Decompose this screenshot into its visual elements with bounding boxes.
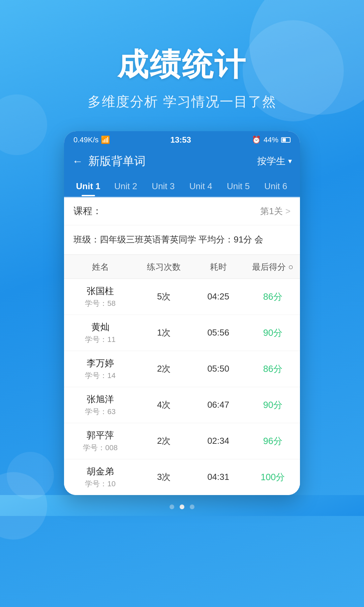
status-right: ⏰ 44% xyxy=(252,136,291,144)
student-cell: 张国柱 学号：58 xyxy=(64,285,136,309)
student-name: 郭平萍 xyxy=(64,429,136,441)
course-nav[interactable]: 第1关 > xyxy=(260,205,291,217)
course-label: 课程： xyxy=(73,205,102,218)
phone: 0.49K/s 📶 13:53 ⏰ 44% ← 新版背单词 按学生 ▾ xyxy=(64,131,300,495)
student-id: 学号：10 xyxy=(64,479,136,489)
main-title: 成绩统计 xyxy=(0,44,364,86)
student-id: 学号：14 xyxy=(64,371,136,381)
score-cell: 90分 xyxy=(245,399,300,411)
student-id: 学号：11 xyxy=(64,335,136,345)
table-header: 姓名 练习次数 耗时 最后得分 ○ xyxy=(64,255,300,279)
time-cell: 05:56 xyxy=(191,327,246,338)
score-cell: 86分 xyxy=(245,363,300,375)
tab-unit2[interactable]: Unit 2 xyxy=(107,175,144,196)
student-cell: 黄灿 学号：11 xyxy=(64,321,136,345)
battery-icon xyxy=(281,137,291,143)
dot-1[interactable] xyxy=(170,504,174,509)
battery-fill xyxy=(282,138,286,142)
score-cell: 96分 xyxy=(245,435,300,447)
table-row: 李万婷 学号：14 2次 05:50 86分 xyxy=(64,351,300,387)
student-cell: 郭平萍 学号：008 xyxy=(64,429,136,453)
signal-text: 0.49K/s xyxy=(73,136,99,144)
class-info-extra: 会 xyxy=(254,234,263,244)
time-cell: 04:25 xyxy=(191,291,246,302)
table-row: 张国柱 学号：58 5次 04:25 86分 xyxy=(64,279,300,315)
bg-circle-4 xyxy=(7,452,54,499)
tab-unit4[interactable]: Unit 4 xyxy=(182,175,219,196)
count-cell: 1次 xyxy=(136,327,191,339)
col-header-count: 练习次数 xyxy=(136,261,191,272)
tab-unit5[interactable]: Unit 5 xyxy=(219,175,257,196)
app-bar-left: ← 新版背单词 xyxy=(72,153,146,169)
class-info: 班级：四年级三班英语菁英同学 平均分：91分 会 xyxy=(64,225,300,255)
table-row: 黄灿 学号：11 1次 05:56 90分 xyxy=(64,315,300,351)
time-cell: 06:47 xyxy=(191,400,246,410)
student-cell: 李万婷 学号：14 xyxy=(64,357,136,381)
sub-title: 多维度分析 学习情况一目了然 xyxy=(0,92,364,111)
student-name: 张国柱 xyxy=(64,285,136,297)
course-nav-text: 第1关 xyxy=(260,205,282,217)
student-table: 姓名 练习次数 耗时 最后得分 ○ 张国柱 学号：58 5次 04:25 86分 xyxy=(64,255,300,495)
student-id: 学号：58 xyxy=(64,298,136,309)
score-cell: 86分 xyxy=(245,291,300,303)
student-cell: 张旭洋 学号：63 xyxy=(64,393,136,417)
alarm-icon: ⏰ xyxy=(252,136,261,144)
content-area: 课程： 第1关 > 班级：四年级三班英语菁英同学 平均分：91分 会 姓名 练习… xyxy=(64,197,300,495)
table-row: 郭平萍 学号：008 2次 02:34 96分 xyxy=(64,423,300,459)
col-header-name: 姓名 xyxy=(64,261,136,272)
filter-label: 按学生 xyxy=(257,155,285,168)
dot-3[interactable] xyxy=(190,504,194,509)
student-name: 胡金弟 xyxy=(64,465,136,478)
status-time: 13:53 xyxy=(171,135,191,145)
score-cell: 100分 xyxy=(245,471,300,483)
tab-bar: Unit 1 Unit 2 Unit 3 Unit 4 Unit 5 Unit … xyxy=(64,175,300,197)
col-header-score: 最后得分 ○ xyxy=(245,261,300,272)
dropdown-icon: ▾ xyxy=(288,157,292,166)
table-row: 张旭洋 学号：63 4次 06:47 90分 xyxy=(64,387,300,423)
student-id: 学号：008 xyxy=(64,443,136,453)
status-bar: 0.49K/s 📶 13:53 ⏰ 44% xyxy=(64,131,300,147)
time-cell: 05:50 xyxy=(191,364,246,374)
app-title: 新版背单词 xyxy=(88,153,146,169)
time-cell: 02:34 xyxy=(191,436,246,446)
battery-pct: 44% xyxy=(264,136,278,144)
tab-unit1[interactable]: Unit 1 xyxy=(69,175,107,196)
phone-container: 0.49K/s 📶 13:53 ⏰ 44% ← 新版背单词 按学生 ▾ xyxy=(64,131,300,495)
count-cell: 2次 xyxy=(136,363,191,375)
count-cell: 2次 xyxy=(136,435,191,447)
course-row: 课程： 第1关 > xyxy=(64,197,300,225)
tab-unit6[interactable]: Unit 6 xyxy=(257,175,295,196)
back-button[interactable]: ← xyxy=(72,155,83,168)
student-cell: 胡金弟 学号：10 xyxy=(64,465,136,489)
tab-unit3[interactable]: Unit 3 xyxy=(145,175,182,196)
score-cell: 90分 xyxy=(245,327,300,339)
dot-2[interactable] xyxy=(180,504,184,509)
header-area: 成绩统计 多维度分析 学习情况一目了然 xyxy=(0,0,364,111)
col-header-time: 耗时 xyxy=(191,261,246,272)
app-bar: ← 新版背单词 按学生 ▾ xyxy=(64,147,300,175)
time-cell: 04:31 xyxy=(191,472,246,482)
status-left: 0.49K/s 📶 xyxy=(73,136,110,144)
count-cell: 5次 xyxy=(136,291,191,302)
app-bar-right[interactable]: 按学生 ▾ xyxy=(257,155,292,168)
count-cell: 4次 xyxy=(136,399,191,411)
table-row: 胡金弟 学号：10 3次 04:31 100分 xyxy=(64,459,300,495)
student-name: 张旭洋 xyxy=(64,393,136,405)
wifi-icon: 📶 xyxy=(101,136,110,144)
count-cell: 3次 xyxy=(136,471,191,483)
student-name: 李万婷 xyxy=(64,357,136,369)
student-name: 黄灿 xyxy=(64,321,136,333)
class-info-text: 班级：四年级三班英语菁英同学 平均分：91分 xyxy=(73,234,252,244)
student-id: 学号：63 xyxy=(64,407,136,417)
chevron-right-icon: > xyxy=(285,206,291,216)
pagination-dots xyxy=(0,495,364,516)
